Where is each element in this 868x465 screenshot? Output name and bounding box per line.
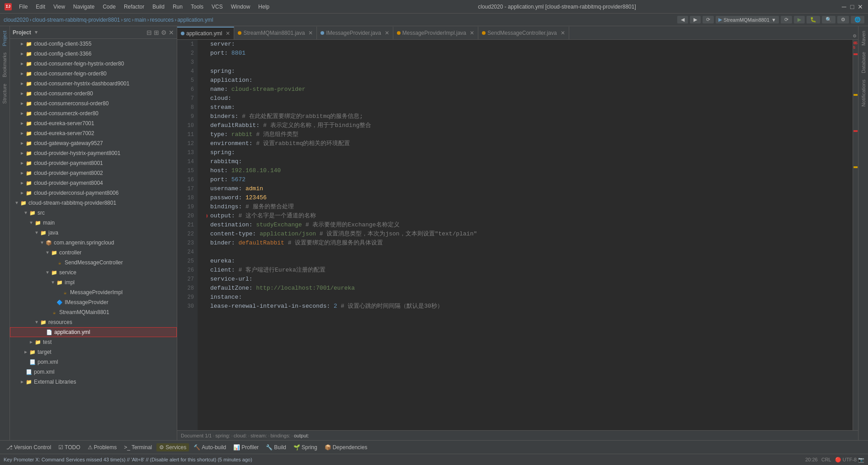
tree-settings-button[interactable]: ⚙ [161, 29, 167, 36]
nav-breadcrumb-item[interactable]: cloud-stream-rabbitmq-provider8801 [32, 17, 120, 23]
bookmarks-tool-window-tab[interactable]: Bookmarks [1, 50, 9, 80]
breadcrumb-item[interactable]: stream: [250, 433, 267, 438]
tree-item[interactable]: ▼📁resources [10, 317, 177, 327]
close-button[interactable]: ✕ [857, 4, 863, 10]
menu-item-code[interactable]: Code [99, 3, 119, 11]
tree-item[interactable]: ▶📁cloud-provider-payment8001 [10, 158, 177, 168]
build-button[interactable]: 🔧 Build [263, 443, 289, 451]
nav-recent-button[interactable]: ⟳ [703, 16, 714, 23]
auto-build-button[interactable]: 🔨 Auto-build [191, 443, 229, 451]
tree-close-button[interactable]: ✕ [169, 29, 174, 36]
tree-item[interactable]: 🔷IMessageProvider [10, 297, 177, 307]
nav-breadcrumb-item[interactable]: main [134, 17, 146, 23]
code-editor[interactable]: server: port: 8801spring: application: n… [207, 40, 853, 430]
tree-item[interactable]: ▶📁cloud-consumer-feign-hystrix-order80 [10, 59, 177, 69]
run-config-selector[interactable]: ▶ StreamMQMain8801 ▼ [716, 16, 779, 23]
tree-item[interactable]: ▼📁service [10, 268, 177, 277]
menu-item-edit[interactable]: Edit [32, 3, 49, 11]
dependencies-button[interactable]: 📦 Dependencies [322, 443, 370, 451]
tree-link-editor-button[interactable]: ⊞ [154, 29, 159, 36]
tab-close-button[interactable]: ✕ [470, 30, 474, 36]
menu-item-view[interactable]: View [50, 3, 69, 11]
menu-item-refactor[interactable]: Refactor [120, 3, 148, 11]
tree-item[interactable]: ▼📁cloud-stream-rabbitmq-provider8801 [10, 198, 177, 208]
tree-item[interactable]: ▼📁controller [10, 248, 177, 258]
maximize-button[interactable]: □ [849, 4, 855, 10]
translate-button[interactable]: 🌐 [851, 16, 864, 23]
debug-button[interactable]: 🐛 [807, 16, 820, 23]
database-tool-window-tab[interactable]: Database [860, 49, 867, 76]
tree-item[interactable]: ▼📦com.angenin.springcloud [10, 238, 177, 248]
editor-tab[interactable]: StreamMQMain8801.java✕ [234, 27, 317, 39]
tree-item[interactable]: ▶📁cloud-gateway-gateway9527 [10, 138, 177, 148]
terminal-button[interactable]: >_ Terminal [121, 443, 155, 451]
tree-item[interactable]: ☕MessageProviderImpl [10, 287, 177, 297]
nav-breadcrumb-item[interactable]: resources [150, 17, 174, 23]
tree-item[interactable]: ▶📁cloud-provider-payment8002 [10, 168, 177, 178]
tree-item[interactable]: ▶📁cloud-config-client-3355 [10, 39, 177, 49]
menu-item-run[interactable]: Run [169, 3, 186, 11]
tree-item[interactable]: ▶📁test [10, 337, 177, 347]
line-ending[interactable]: CRL [821, 457, 831, 462]
refresh-button[interactable]: ⟳ [781, 16, 792, 23]
profiler-button[interactable]: 📊 Profiler [231, 443, 261, 451]
notifications-tool-window-tab[interactable]: Notifications [860, 77, 867, 109]
nav-breadcrumb-item[interactable]: cloud2020 [4, 17, 28, 23]
tree-item[interactable]: ☕SendMessageController [10, 258, 177, 268]
editor-tab[interactable]: MessageProviderImpl.java✕ [393, 27, 478, 39]
editor-tab[interactable]: application.yml✕ [177, 27, 234, 39]
editor-tab[interactable]: SendMessageController.java✕ [478, 27, 569, 39]
structure-tool-window-tab[interactable]: Structure [1, 81, 9, 107]
tree-item[interactable]: ▶📁cloud-providerconsul-payment8006 [10, 188, 177, 198]
tree-item[interactable]: ▼📁src [10, 208, 177, 218]
project-tool-window-tab[interactable]: Project [1, 28, 9, 49]
nav-back-button[interactable]: ◀ [677, 16, 688, 23]
menu-item-window[interactable]: Window [227, 3, 254, 11]
tree-item[interactable]: 📃pom.xml [10, 357, 177, 367]
menu-item-vcs[interactable]: VCS [208, 3, 226, 11]
tree-item[interactable]: ▶📁cloud-config-client-3366 [10, 49, 177, 59]
menu-item-tools[interactable]: Tools [187, 3, 207, 11]
tree-item[interactable]: ▶📁cloud-consumerzk-order80 [10, 108, 177, 118]
tab-close-button[interactable]: ✕ [226, 30, 230, 37]
tree-item[interactable]: 📃pom.xml [10, 367, 177, 377]
tree-item[interactable]: ▶📁cloud-eureka-server7001 [10, 118, 177, 128]
tree-item[interactable]: ▶📁target [10, 347, 177, 357]
tree-item[interactable]: ▶📁External Libraries [10, 377, 177, 387]
tree-collapse-all-button[interactable]: ⊟ [146, 29, 152, 36]
tree-item[interactable]: ▶📁cloud-eureka-server7002 [10, 128, 177, 138]
maven-tool-window-tab[interactable]: Maven [860, 28, 867, 48]
services-button[interactable]: ⚙ Services [156, 443, 189, 451]
tree-item[interactable]: ▼📁main [10, 218, 177, 228]
tree-item[interactable]: ▼📁java [10, 228, 177, 238]
minimize-button[interactable]: ─ [841, 4, 847, 10]
breadcrumb-item[interactable]: bindings: [270, 433, 290, 438]
menu-item-help[interactable]: Help [255, 3, 273, 11]
search-button[interactable]: 🔍 [822, 16, 835, 23]
project-tree-dropdown[interactable]: ▼ [35, 30, 38, 35]
tree-item[interactable]: ☕StreamMQMain8801 [10, 307, 177, 317]
cursor-position[interactable]: 20:26 [805, 457, 818, 462]
version-control-button[interactable]: ⎇ Version Control [4, 443, 54, 451]
tree-item[interactable]: ▶📁cloud-provider-hystrix-payment8001 [10, 148, 177, 158]
editor-tab[interactable]: IMessageProvider.java✕ [317, 27, 393, 39]
tree-item[interactable]: ▶📁cloud-provider-payment8004 [10, 178, 177, 188]
todo-button[interactable]: ☑ TODO [56, 443, 83, 451]
nav-forward-button[interactable]: ▶ [690, 16, 701, 23]
nav-breadcrumb-item[interactable]: application.yml [177, 17, 213, 23]
menu-item-build[interactable]: Build [149, 3, 168, 11]
tab-close-button[interactable]: ✕ [561, 30, 565, 36]
tab-settings-icon[interactable]: ⚙ [853, 33, 856, 39]
tree-item[interactable]: ▼📁impl [10, 277, 177, 287]
tree-item[interactable]: ▶📁cloud-consumer-feign-order80 [10, 69, 177, 79]
menu-item-navigate[interactable]: Navigate [70, 3, 98, 11]
tab-close-button[interactable]: ✕ [308, 30, 313, 36]
tab-close-button[interactable]: ✕ [385, 30, 389, 36]
breadcrumb-item[interactable]: spring: [215, 433, 230, 438]
problems-button[interactable]: ⚠ Problems [85, 443, 120, 451]
tree-item[interactable]: ▶📁cloud-consumerconsul-order80 [10, 99, 177, 108]
tree-item[interactable]: ▶📁cloud-consumer-hystrix-dashboard9001 [10, 79, 177, 89]
tree-item[interactable]: ▶📁cloud-consumer-order80 [10, 89, 177, 99]
build-button[interactable]: ▶ [794, 16, 805, 23]
tree-item[interactable]: 📄application.yml [10, 327, 177, 337]
